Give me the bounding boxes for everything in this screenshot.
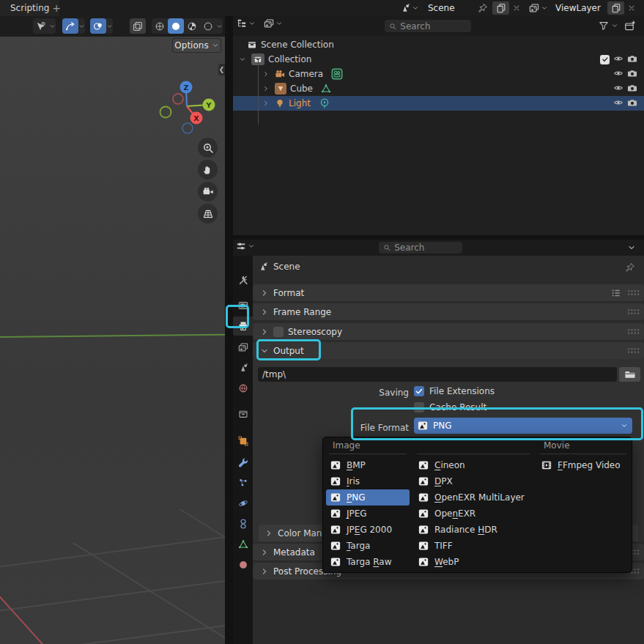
pin-icon[interactable] xyxy=(478,3,488,13)
panel-output[interactable]: Output xyxy=(253,342,644,359)
properties-tab-world[interactable] xyxy=(233,379,253,398)
hide-viewport-toggle[interactable] xyxy=(613,97,623,110)
collapse-toggle[interactable] xyxy=(237,56,248,63)
editor-type-dropdown[interactable] xyxy=(236,241,255,251)
outliner-search-input[interactable] xyxy=(400,21,467,32)
scene-name[interactable]: Scene xyxy=(428,3,455,13)
properties-tab-constraints[interactable] xyxy=(233,514,253,533)
outliner-row-collection[interactable]: Collection xyxy=(233,52,644,67)
properties-tab-collection[interactable] xyxy=(233,404,253,423)
hide-viewport-toggle[interactable] xyxy=(613,53,623,66)
menu-item-jpeg[interactable]: JPEG xyxy=(326,506,410,522)
menu-item-targa[interactable]: Targa xyxy=(326,538,410,554)
show-overlays-toggle[interactable] xyxy=(90,18,113,34)
menu-item-radiance-hdr[interactable]: Radiance HDR xyxy=(414,522,533,538)
shading-material-button[interactable] xyxy=(184,18,200,34)
shading-solid-button[interactable] xyxy=(168,18,184,34)
menu-item-openexr-multilayer[interactable]: OpenEXR MultiLayer xyxy=(414,489,533,506)
menu-item-bmp[interactable]: BMP xyxy=(326,457,410,473)
menu-item-webp[interactable]: WebP xyxy=(414,554,533,570)
show-gizmo-toggle[interactable] xyxy=(62,18,85,34)
panel-grip[interactable] xyxy=(627,289,640,296)
panel-grip[interactable] xyxy=(627,328,640,335)
scene-selector[interactable] xyxy=(400,1,419,15)
shading-rendered-button[interactable] xyxy=(200,18,216,34)
viewlayer-selector[interactable] xyxy=(529,1,548,15)
properties-tab-render[interactable] xyxy=(233,296,253,315)
menu-item-targa-raw[interactable]: Targa Raw xyxy=(326,554,410,570)
add-workspace-button[interactable]: + xyxy=(47,0,66,16)
object-type-visibility-dropdown[interactable] xyxy=(33,18,56,34)
properties-tab-particles[interactable] xyxy=(233,473,253,492)
chevron-down-icon[interactable] xyxy=(611,22,618,29)
disable-render-toggle[interactable] xyxy=(627,53,637,66)
menu-item-dpx[interactable]: DPX xyxy=(414,473,533,489)
shading-wireframe-button[interactable] xyxy=(152,18,168,34)
panel-grip[interactable] xyxy=(627,308,640,315)
cache-result-checkbox[interactable] xyxy=(414,402,424,412)
sidebar-toggle[interactable]: ❮ xyxy=(218,64,225,75)
chevron-down-icon[interactable] xyxy=(627,243,636,252)
properties-search-input[interactable] xyxy=(394,243,458,253)
hide-viewport-toggle[interactable] xyxy=(613,83,623,95)
outliner-row-cube[interactable]: Cube xyxy=(233,81,644,96)
expand-toggle[interactable] xyxy=(261,100,271,107)
navigation-gizmo[interactable]: Z Y X xyxy=(156,76,218,138)
new-collection-icon[interactable] xyxy=(624,20,636,32)
properties-tab-view-layer[interactable] xyxy=(233,338,253,357)
browse-folder-button[interactable] xyxy=(619,367,640,382)
outliner-search[interactable] xyxy=(385,20,471,32)
menu-item-ffmpeg-video[interactable]: FFmpeg Video xyxy=(537,457,629,473)
presets-icon[interactable] xyxy=(611,288,621,298)
new-scene-button[interactable] xyxy=(492,1,509,15)
properties-tab-material[interactable] xyxy=(233,555,253,574)
disable-render-toggle[interactable] xyxy=(627,68,637,81)
zoom-view-button[interactable] xyxy=(198,138,218,158)
properties-tab-modifiers[interactable] xyxy=(233,453,253,472)
stereoscopy-checkbox[interactable] xyxy=(273,327,284,337)
new-viewlayer-button[interactable] xyxy=(607,1,624,15)
unlink-scene-icon[interactable] xyxy=(512,4,521,12)
properties-tab-object-data[interactable] xyxy=(233,535,253,554)
disable-render-toggle[interactable] xyxy=(627,97,637,110)
file-extensions-checkbox[interactable] xyxy=(414,386,424,396)
editor-type-dropdown[interactable] xyxy=(237,18,256,29)
filter-icon[interactable] xyxy=(599,21,609,31)
menu-item-openexr[interactable]: OpenEXR xyxy=(414,506,533,522)
menu-item-jpeg-2000[interactable]: JPEG 2000 xyxy=(326,522,410,538)
pin-icon[interactable] xyxy=(625,262,635,273)
menu-item-tiff[interactable]: TIFF xyxy=(414,538,533,554)
menu-item-iris[interactable]: Iris xyxy=(326,473,410,489)
menu-item-png[interactable]: PNG xyxy=(326,489,410,506)
remove-viewlayer-icon[interactable] xyxy=(627,4,636,12)
output-path-field[interactable]: /tmp\ xyxy=(258,367,617,382)
vertical-splitter[interactable] xyxy=(225,16,233,644)
xray-toggle[interactable] xyxy=(130,18,146,34)
camera-view-button[interactable] xyxy=(198,182,218,201)
properties-tab-object[interactable] xyxy=(233,432,253,451)
outliner-row-light[interactable]: Light xyxy=(233,96,644,111)
panel-grip[interactable] xyxy=(627,347,640,354)
pan-view-button[interactable] xyxy=(198,160,218,179)
panel-format[interactable]: Format xyxy=(253,284,644,301)
breadcrumb-scene[interactable]: Scene xyxy=(273,262,300,272)
properties-tab-scene[interactable] xyxy=(233,358,253,377)
options-dropdown[interactable]: Options xyxy=(173,39,221,52)
expand-toggle[interactable] xyxy=(261,85,271,92)
properties-search[interactable] xyxy=(379,242,462,253)
display-mode-dropdown[interactable] xyxy=(264,18,283,29)
properties-tab-tool[interactable] xyxy=(233,270,253,289)
disable-render-toggle[interactable] xyxy=(627,83,637,95)
orthographic-toggle-button[interactable] xyxy=(198,204,218,223)
properties-tab-physics[interactable] xyxy=(233,494,253,513)
file-format-dropdown[interactable]: PNG xyxy=(414,418,632,434)
panel-frame-range[interactable]: Frame Range xyxy=(253,303,644,320)
exclude-checkbox[interactable] xyxy=(600,55,610,64)
outliner-row-camera[interactable]: Camera xyxy=(233,67,644,81)
properties-tab-output[interactable] xyxy=(233,317,253,336)
menu-item-cineon[interactable]: Cineon xyxy=(414,457,533,473)
panel-stereoscopy[interactable]: Stereoscopy xyxy=(253,323,644,340)
expand-toggle[interactable] xyxy=(261,70,271,78)
outliner-row-scene-collection[interactable]: Scene Collection xyxy=(233,37,644,52)
3d-viewport[interactable]: Options ❮ Z Y X xyxy=(0,16,225,644)
